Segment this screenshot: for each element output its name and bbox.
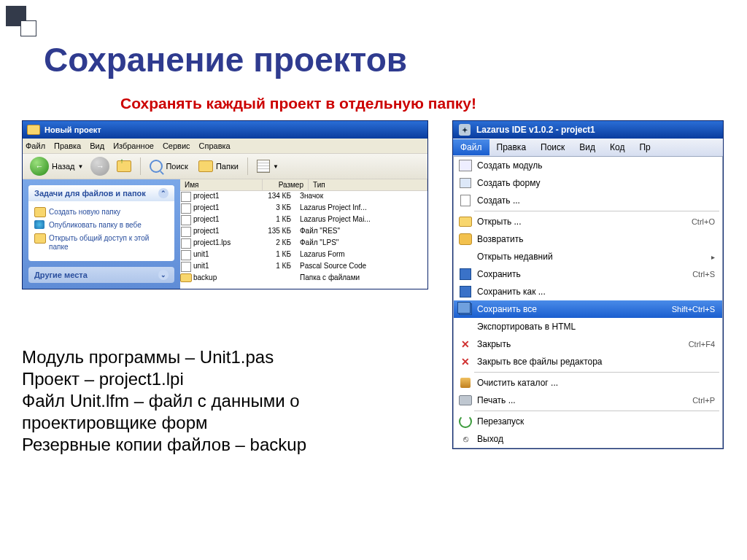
menu-more[interactable]: Пр bbox=[632, 139, 657, 155]
menu-item-label: Сохранить все bbox=[474, 304, 665, 314]
menu-item-label: Возвратить bbox=[474, 234, 715, 244]
menu-item[interactable]: ✕Закрыть все файлы редактора bbox=[454, 353, 722, 370]
menu-shortcut: Ctrl+S bbox=[685, 270, 715, 279]
file-row[interactable]: project13 КБLazarus Project Inf... bbox=[180, 203, 427, 214]
save-icon bbox=[457, 268, 474, 280]
menu-shortcut: Ctrl+F4 bbox=[681, 340, 715, 349]
menu-separator bbox=[474, 211, 719, 211]
menu-item[interactable]: Открыть недавний▸ bbox=[454, 248, 722, 265]
col-name[interactable]: Имя bbox=[180, 179, 263, 190]
menu-help[interactable]: Справка bbox=[199, 141, 231, 150]
file-row[interactable]: unit11 КБLazarus Form bbox=[180, 249, 427, 261]
menu-item[interactable]: ✕ЗакрытьCtrl+F4 bbox=[454, 335, 722, 353]
menu-item[interactable]: Экспортировать в HTML bbox=[454, 318, 722, 335]
search-button[interactable]: Поиск bbox=[147, 158, 190, 174]
menu-shortcut: Ctrl+P bbox=[685, 396, 715, 405]
menu-item[interactable]: СохранитьCtrl+S bbox=[454, 265, 722, 283]
file-size: 2 КБ bbox=[255, 238, 295, 249]
file-type: Lazarus Project Mai... bbox=[295, 215, 427, 225]
menu-item[interactable]: Создать модуль bbox=[454, 157, 722, 174]
folder-icon bbox=[27, 125, 40, 135]
task-publish[interactable]: Опубликовать папку в вебе bbox=[34, 219, 169, 232]
menu-item[interactable]: Сохранить как ... bbox=[454, 283, 722, 300]
menu-favorites[interactable]: Избранное bbox=[113, 141, 154, 150]
search-label: Поиск bbox=[166, 162, 187, 171]
menu-item-label: Экспортировать в HTML bbox=[474, 322, 715, 332]
col-size[interactable]: Размер bbox=[263, 179, 309, 190]
file-dropdown: Создать модульСоздать формуСоздать ...От… bbox=[453, 156, 723, 448]
exit-icon: ⎋ bbox=[457, 434, 474, 444]
file-icon bbox=[180, 215, 192, 225]
ide-window: ✦ Lazarus IDE v1.0.2 - project1 Файл Пра… bbox=[452, 120, 724, 449]
menu-edit[interactable]: Правка bbox=[489, 139, 534, 155]
task-share[interactable]: Открыть общий доступ к этой папке bbox=[34, 232, 169, 254]
other-places-label: Другие места bbox=[34, 271, 88, 279]
slide-title: Сохранение проектов bbox=[44, 40, 407, 79]
close-icon: ✕ bbox=[457, 338, 474, 350]
menu-separator bbox=[474, 411, 719, 411]
file-row[interactable]: project1.lps2 КБФайл "LPS" bbox=[180, 238, 427, 249]
folders-label: Папки bbox=[216, 162, 239, 171]
folder-up-icon: ↑ bbox=[117, 160, 131, 172]
menu-item[interactable]: Печать ...Ctrl+P bbox=[454, 392, 722, 409]
folder-icon bbox=[180, 273, 192, 282]
menu-code[interactable]: Код bbox=[603, 139, 632, 155]
file-row[interactable]: backupПапка с файлами bbox=[180, 273, 427, 283]
menu-item[interactable]: Перезапуск bbox=[454, 413, 722, 430]
file-name: project1 bbox=[192, 227, 255, 237]
file-type: Pascal Source Code bbox=[295, 262, 427, 272]
explorer-window: Новый проект Файл Правка Вид Избранное С… bbox=[22, 120, 428, 289]
explorer-toolbar: ← Назад ▼ → ↑ Поиск Папки ▼ bbox=[23, 154, 427, 179]
file-icon bbox=[180, 192, 192, 202]
saveall-icon bbox=[457, 303, 474, 315]
file-row[interactable]: project1134 КБЗначок bbox=[180, 191, 427, 203]
menu-view[interactable]: Вид bbox=[90, 141, 104, 150]
file-row[interactable]: unit11 КБPascal Source Code bbox=[180, 261, 427, 273]
box-icon bbox=[457, 160, 474, 171]
menu-item[interactable]: Открыть ...Ctrl+O bbox=[454, 213, 722, 230]
file-size: 135 КБ bbox=[255, 227, 295, 237]
explorer-title: Новый проект bbox=[44, 125, 101, 134]
ide-titlebar[interactable]: ✦ Lazarus IDE v1.0.2 - project1 bbox=[453, 121, 723, 139]
menu-tools[interactable]: Сервис bbox=[163, 141, 190, 150]
menu-separator bbox=[474, 372, 719, 373]
explorer-titlebar[interactable]: Новый проект bbox=[23, 121, 427, 139]
menu-item-label: Очистить каталог ... bbox=[474, 378, 715, 388]
file-list-header[interactable]: Имя Размер Тип bbox=[180, 179, 427, 191]
file-name: project1.lps bbox=[192, 238, 255, 249]
views-icon bbox=[257, 160, 270, 173]
search-icon bbox=[150, 160, 163, 173]
globe-icon bbox=[34, 220, 44, 229]
back-icon: ← bbox=[30, 157, 49, 176]
explorer-menubar: Файл Правка Вид Избранное Сервис Справка bbox=[23, 139, 427, 154]
menu-view[interactable]: Вид bbox=[572, 139, 603, 155]
menu-item[interactable]: ⎋Выход bbox=[454, 430, 722, 448]
menu-item-label: Выход bbox=[474, 434, 715, 444]
slide-subtitle: Сохранять каждый проект в отдельную папк… bbox=[120, 95, 476, 112]
tasks-header[interactable]: Задачи для файлов и папок ⌃ bbox=[28, 185, 174, 201]
folders-button[interactable]: Папки bbox=[196, 159, 241, 174]
up-button[interactable]: ↑ bbox=[114, 159, 134, 174]
file-row[interactable]: project1135 КБФайл "RES" bbox=[180, 226, 427, 238]
menu-item[interactable]: Сохранить всеShift+Ctrl+S bbox=[454, 300, 722, 318]
file-row[interactable]: project11 КБLazarus Project Mai... bbox=[180, 214, 427, 226]
menu-file[interactable]: Файл bbox=[453, 139, 489, 155]
file-size: 3 КБ bbox=[255, 203, 295, 214]
back-button[interactable]: ← Назад ▼ bbox=[27, 155, 86, 177]
views-button[interactable]: ▼ bbox=[254, 158, 282, 174]
menu-item[interactable]: Очистить каталог ... bbox=[454, 374, 722, 392]
menu-item[interactable]: Создать ... bbox=[454, 192, 722, 209]
menu-item-label: Открыть ... bbox=[474, 217, 684, 227]
expand-icon[interactable]: ⌄ bbox=[158, 270, 169, 280]
other-places[interactable]: Другие места ⌄ bbox=[28, 267, 174, 283]
menu-item[interactable]: Возвратить bbox=[454, 230, 722, 248]
col-type[interactable]: Тип bbox=[309, 179, 427, 190]
menu-item[interactable]: Создать форму bbox=[454, 174, 722, 192]
collapse-icon[interactable]: ⌃ bbox=[158, 188, 169, 198]
task-new-folder[interactable]: Создать новую папку bbox=[34, 206, 169, 219]
file-name: backup bbox=[192, 273, 255, 282]
menu-file[interactable]: Файл bbox=[26, 141, 45, 150]
menu-edit[interactable]: Правка bbox=[54, 141, 81, 150]
menu-search[interactable]: Поиск bbox=[533, 139, 572, 155]
forward-button[interactable]: → bbox=[90, 157, 109, 176]
